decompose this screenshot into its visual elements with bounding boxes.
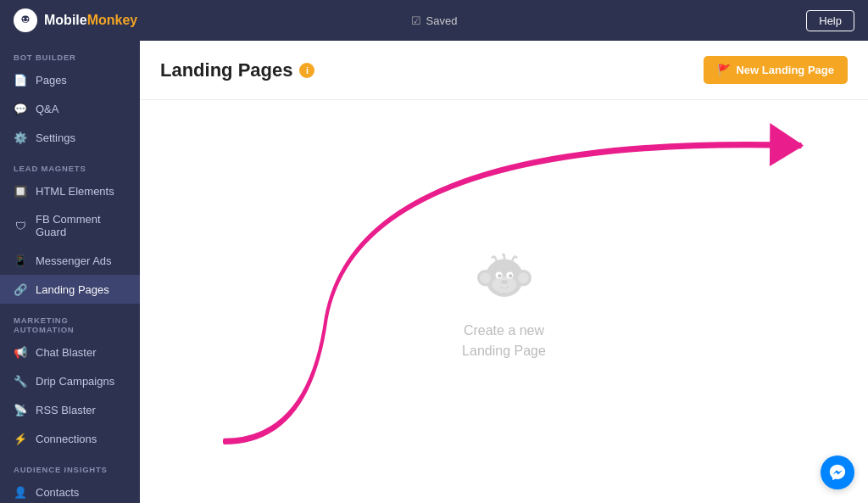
page-title: Landing Pages [160,59,292,81]
landing-pages-icon: 🔗 [14,282,27,296]
svg-point-8 [518,272,529,283]
html-elements-icon: 🔲 [14,184,27,198]
sidebar-item-label-chat-blaster: Chat Blaster [36,346,97,359]
sidebar-item-contacts[interactable]: 👤Contacts [0,478,140,503]
saved-indicator: ☑ Saved [411,14,458,27]
sidebar-item-label-qa: Q&A [36,103,58,115]
main-header: Landing Pages i 🚩 New Landing Page [140,41,868,100]
settings-icon: ⚙️ [14,131,27,144]
fb-comment-guard-icon: 🛡 [14,219,27,232]
topbar: MobileMonkey ☑ Saved Help [0,0,868,41]
sidebar-item-label-html-elements: HTML Elements [36,185,114,198]
messenger-icon [828,463,847,482]
check-icon: ☑ [411,14,421,27]
page-title-row: Landing Pages i [160,59,314,81]
chat-blaster-icon: 📢 [14,345,27,359]
sidebar-item-label-rss-blaster: RSS Blaster [36,404,96,416]
sidebar-item-messenger-ads[interactable]: 📱Messenger Ads [0,246,140,275]
sidebar-item-html-elements[interactable]: 🔲HTML Elements [0,176,140,205]
connections-icon: ⚡ [14,432,27,445]
svg-point-9 [492,277,516,293]
sidebar-item-settings[interactable]: ⚙️Settings [0,123,140,152]
svg-point-15 [502,281,504,282]
sidebar-item-chat-blaster[interactable]: 📢Chat Blaster [0,338,140,366]
sidebar-item-label-connections: Connections [36,433,97,445]
svg-point-14 [501,280,508,284]
main-content: Landing Pages i 🚩 New Landing Page [140,41,868,503]
new-landing-page-label: New Landing Page [736,64,834,76]
sidebar-item-pages[interactable]: 📄Pages [0,65,140,94]
flag-icon: 🚩 [717,64,731,76]
saved-label: Saved [426,14,458,27]
pages-icon: 📄 [14,73,27,87]
sidebar-item-label-pages: Pages [36,74,67,87]
svg-point-7 [480,272,491,283]
svg-point-16 [504,281,506,282]
empty-state: Create a new Landing Page [140,100,868,503]
messenger-bubble[interactable] [821,455,854,489]
sidebar-item-label-messenger-ads: Messenger Ads [36,254,112,267]
qa-icon: 💬 [14,102,27,115]
rss-blaster-icon: 📡 [14,403,27,416]
svg-point-1 [23,18,25,20]
sidebar-item-landing-pages[interactable]: 🔗Landing Pages [0,275,140,304]
logo: MobileMonkey [14,8,137,32]
logo-icon [14,8,37,32]
sidebar-item-connections[interactable]: ⚡Connections [0,424,140,453]
sidebar-item-label-contacts: Contacts [36,486,79,499]
sidebar: Bot Builder📄Pages💬Q&A⚙️SettingsLead Magn… [0,41,140,503]
brand-monkey: Monkey [87,13,138,27]
messenger-ads-icon: 📱 [14,254,27,267]
new-landing-page-button[interactable]: 🚩 New Landing Page [704,56,848,84]
sidebar-item-label-landing-pages: Landing Pages [36,283,109,296]
sidebar-item-rss-blaster[interactable]: 📡RSS Blaster [0,395,140,424]
sidebar-section-lead-magnets: Lead Magnets [0,152,140,176]
monkey-icon [470,243,538,310]
sidebar-item-qa[interactable]: 💬Q&A [0,94,140,123]
sidebar-item-fb-comment-guard[interactable]: 🛡FB Comment Guard [0,205,140,246]
sidebar-section-marketing-automation: Marketing Automation [0,304,140,338]
layout: Bot Builder📄Pages💬Q&A⚙️SettingsLead Magn… [0,41,868,503]
svg-point-12 [498,274,501,277]
sidebar-item-drip-campaigns[interactable]: 🔧Drip Campaigns [0,366,140,395]
svg-point-2 [26,18,28,20]
brand-mobile: Mobile [44,13,87,27]
sidebar-item-label-settings: Settings [36,131,75,144]
sidebar-item-label-fb-comment-guard: FB Comment Guard [36,213,126,238]
sidebar-section-audience-insights: Audience Insights [0,453,140,478]
sidebar-item-label-drip-campaigns: Drip Campaigns [36,375,114,388]
empty-state-text: Create a new Landing Page [462,321,546,361]
contacts-icon: 👤 [14,485,27,499]
drip-campaigns-icon: 🔧 [14,374,27,388]
help-button[interactable]: Help [806,10,854,31]
svg-point-13 [509,274,512,277]
info-icon[interactable]: i [299,63,314,78]
sidebar-section-bot-builder: Bot Builder [0,41,140,65]
